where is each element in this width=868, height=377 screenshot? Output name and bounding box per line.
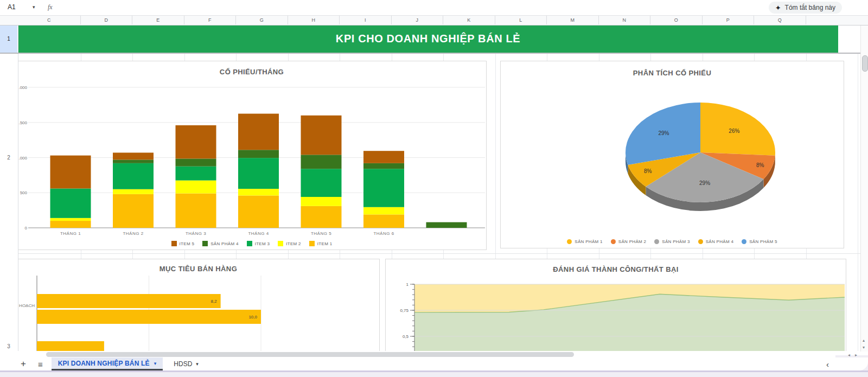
legend-swatch (698, 239, 703, 244)
column-header-M[interactable]: M (547, 15, 599, 24)
all-sheets-menu-icon[interactable]: ≡ (38, 360, 43, 369)
svg-text:.000: .000 (18, 156, 27, 161)
name-box-caret-icon[interactable]: ▾ (33, 4, 35, 10)
legend-label: SẢN PHẨM 4 (706, 239, 733, 244)
column-header-E[interactable]: E (132, 15, 184, 24)
summarize-table-button[interactable]: ✦ Tóm tắt bảng này (769, 2, 842, 14)
legend-swatch (171, 241, 177, 246)
legend-item: ITEM 1 (309, 241, 333, 246)
svg-text:29%: 29% (699, 180, 710, 186)
chart-sales-target[interactable]: MỤC TIÊU BÁN HÀNG 8,210,0HOẠCH (17, 259, 380, 351)
legend-item: SẢN PHẨM 4 (698, 239, 733, 244)
frozen-row-divider (0, 53, 860, 54)
legend-label: SẢN PHẨM 3 (662, 239, 690, 244)
legend-swatch (742, 239, 746, 244)
svg-text:8,2: 8,2 (211, 299, 218, 304)
svg-text:1: 1 (406, 282, 409, 287)
legend-label: SẢN PHẨM 4 (210, 241, 238, 246)
tab-hdsd[interactable]: HDSD ▾ (168, 357, 204, 370)
svg-text:500: 500 (20, 190, 28, 195)
svg-text:8%: 8% (644, 168, 652, 174)
vertical-scrollbar[interactable]: ▴ ▾ (860, 25, 868, 352)
legend-swatch (202, 241, 208, 246)
sheet-grid[interactable]: KPI CHO DOANH NGHIỆP BÁN LẺ 123 CỔ PHIẾU… (0, 25, 860, 351)
scroll-right-icon[interactable]: ▸ (855, 353, 857, 357)
svg-text:THÁNG 5: THÁNG 5 (311, 231, 331, 235)
legend-item: SẢN PHẨM 4 (202, 241, 238, 246)
scroll-up-icon[interactable]: ▴ (863, 338, 865, 343)
svg-text:0,5: 0,5 (403, 334, 409, 339)
stacked-bar-plot: 0500.000.500.000THÁNG 1THÁNG 2THÁNG 3THÁ… (17, 61, 485, 235)
column-header-O[interactable]: O (650, 15, 703, 24)
legend-item: ITEM 3 (247, 241, 270, 246)
svg-text:10,0: 10,0 (248, 315, 257, 320)
formula-toolbar: A1 ▾ fx ✦ Tóm tắt bảng này (0, 0, 868, 16)
row-header-2[interactable]: 2 (0, 154, 17, 162)
legend-item: SẢN PHẨM 5 (742, 239, 777, 244)
summarize-label: Tóm tắt bảng này (785, 4, 835, 11)
name-box[interactable]: A1 (8, 3, 16, 11)
chart-legend: ITEM 5SẢN PHẨM 4ITEM 3ITEM 2ITEM 1 (17, 241, 486, 246)
column-header-C[interactable]: C (18, 15, 81, 24)
legend-swatch (309, 241, 315, 246)
svg-text:.000: .000 (18, 85, 27, 90)
svg-text:THÁNG 4: THÁNG 4 (248, 231, 269, 235)
add-sheet-icon[interactable]: + (21, 359, 26, 369)
collapse-panel-icon[interactable]: ‹ (826, 360, 829, 369)
row-headers: 123 (0, 25, 18, 351)
svg-text:29%: 29% (658, 130, 669, 136)
column-header-N[interactable]: N (599, 15, 651, 24)
hbar-plot: 8,210,0HOẠCH (17, 259, 378, 351)
legend-label: ITEM 5 (180, 241, 195, 246)
row-header-1[interactable]: 1 (0, 25, 17, 53)
legend-swatch (654, 239, 659, 244)
gridline (858, 54, 858, 351)
column-header-H[interactable]: H (288, 15, 340, 24)
scroll-left-icon[interactable]: ◂ (848, 353, 850, 357)
column-header-G[interactable]: G (236, 15, 288, 24)
scroll-down-icon[interactable]: ▾ (863, 346, 865, 350)
legend-swatch (611, 239, 616, 244)
chart-stock-by-month[interactable]: CỔ PHIẾU/THÁNG 0500.000.500.000THÁNG 1TH… (17, 61, 487, 250)
legend-item: SẢN PHẨM 1 (567, 239, 602, 244)
legend-label: SẢN PHẨM 5 (749, 239, 777, 244)
vertical-scroll-thumb[interactable] (862, 55, 868, 72)
svg-text:THÁNG 1: THÁNG 1 (60, 231, 81, 235)
spreadsheet-app: A1 ▾ fx ✦ Tóm tắt bảng này CDEFGHIJKLMNO… (0, 0, 868, 377)
area-plot: 10,750,5 (386, 259, 845, 351)
column-headers: CDEFGHIJKLMNOPQ (0, 15, 868, 25)
svg-text:8%: 8% (756, 162, 764, 168)
sparkle-icon: ✦ (775, 4, 781, 12)
page-title: KPI CHO DOANH NGHIỆP BÁN LẺ (336, 33, 520, 45)
horizontal-scroll-thumb[interactable] (46, 352, 574, 357)
column-header-F[interactable]: F (184, 15, 237, 24)
select-all-corner[interactable] (0, 15, 18, 24)
legend-swatch (247, 241, 252, 246)
chart-stock-analysis[interactable]: PHÂN TÍCH CỔ PHIẾU 26%8%29%8%29% SẢN PHẨ… (500, 61, 844, 248)
svg-text:THÁNG 6: THÁNG 6 (373, 231, 394, 235)
sheet-tab-bar: + ≡ KPI DOANH NGHIỆP BÁN LẺ ▾ HDSD ▾ (0, 357, 868, 370)
tab-caret-icon[interactable]: ▾ (196, 361, 199, 367)
row-header-3[interactable]: 3 (0, 343, 17, 350)
tab-label: KPI DOANH NGHIỆP BÁN LẺ (58, 360, 150, 367)
column-header-L[interactable]: L (495, 15, 547, 24)
legend-item: SẢN PHẨM 2 (611, 239, 646, 244)
tab-kpi-doanh-nghiep-ban-le[interactable]: KPI DOANH NGHIỆP BÁN LẺ ▾ (52, 357, 163, 370)
legend-swatch (278, 241, 283, 246)
legend-label: ITEM 1 (317, 241, 333, 246)
column-header-K[interactable]: K (443, 15, 495, 24)
title-banner-cell[interactable]: KPI CHO DOANH NGHIỆP BÁN LẺ (18, 25, 838, 53)
chart-legend: SẢN PHẨM 1SẢN PHẨM 2SẢN PHẨM 3SẢN PHẨM 4… (501, 239, 844, 244)
column-header-P[interactable]: P (703, 15, 755, 24)
column-header-I[interactable]: I (340, 15, 392, 24)
column-header-J[interactable]: J (392, 15, 444, 24)
chart-success-fail[interactable]: ĐÁNH GIÁ THÀNH CÔNG/THẤT BẠI 10,750,5 (385, 259, 846, 351)
legend-swatch (567, 239, 572, 244)
column-header-Q[interactable]: Q (754, 15, 806, 24)
window-bottom-edge (0, 370, 868, 377)
svg-text:.500: .500 (18, 120, 27, 125)
legend-label: ITEM 3 (255, 241, 270, 246)
tab-caret-icon[interactable]: ▾ (154, 361, 157, 366)
legend-label: ITEM 2 (286, 241, 301, 246)
column-header-D[interactable]: D (81, 15, 133, 24)
